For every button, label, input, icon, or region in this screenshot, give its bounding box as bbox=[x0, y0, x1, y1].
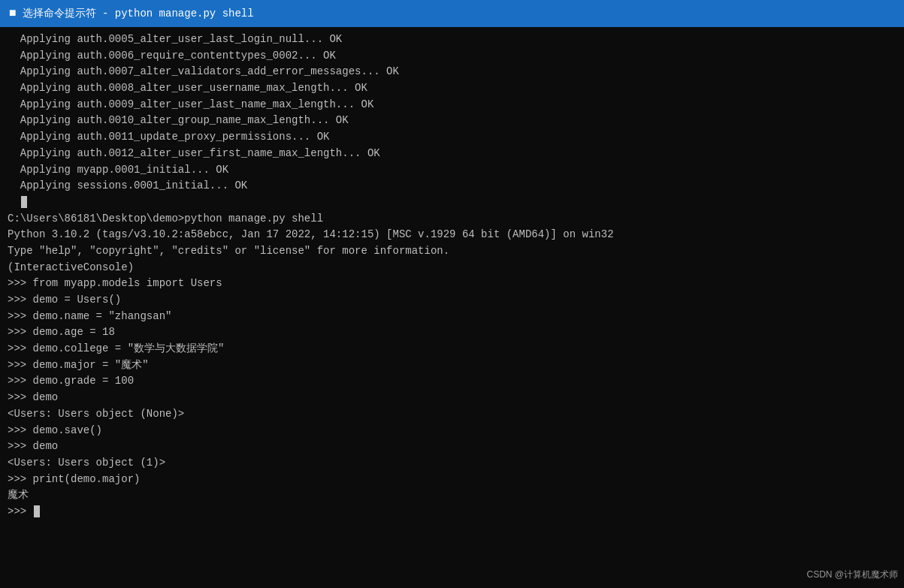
line-5: Applying auth.0009_alter_user_last_name_… bbox=[8, 97, 896, 113]
line-output-1: <Users: Users object (None)> bbox=[8, 406, 896, 423]
line-interactive: (InteractiveConsole) bbox=[8, 260, 896, 276]
line-3: Applying auth.0007_alter_validators_add_… bbox=[8, 64, 896, 80]
line-repl-3: >>> demo.name = "zhangsan" bbox=[8, 309, 896, 325]
line-repl-cursor: >>> bbox=[8, 504, 896, 520]
line-repl-11: >>> print(demo.major) bbox=[8, 472, 896, 488]
terminal-body[interactable]: Applying auth.0005_alter_user_last_login… bbox=[0, 27, 904, 588]
line-4: Applying auth.0008_alter_user_username_m… bbox=[8, 80, 896, 97]
line-repl-8: >>> demo bbox=[8, 390, 896, 406]
text-cursor bbox=[21, 196, 27, 208]
line-9: Applying myapp.0001_initial... OK bbox=[8, 162, 896, 179]
line-10: Applying sessions.0001_initial... OK bbox=[8, 178, 896, 194]
title-bar: ■ 选择命令提示符 - python manage.py shell bbox=[0, 0, 904, 27]
line-repl-6: >>> demo.major = "魔术" bbox=[8, 357, 896, 374]
cursor-blink-line bbox=[8, 194, 896, 211]
line-output-3: 魔术 bbox=[8, 487, 896, 504]
line-repl-2: >>> demo = Users() bbox=[8, 292, 896, 309]
line-repl-1: >>> from myapp.models import Users bbox=[8, 276, 896, 292]
title-text: 选择命令提示符 - python manage.py shell bbox=[23, 7, 254, 20]
line-8: Applying auth.0012_alter_user_first_name… bbox=[8, 146, 896, 162]
line-repl-4: >>> demo.age = 18 bbox=[8, 324, 896, 341]
line-prompt: C:\Users\86181\Desktop\demo>python manag… bbox=[8, 211, 896, 228]
input-cursor bbox=[34, 505, 40, 517]
line-output-2: <Users: Users object (1)> bbox=[8, 455, 896, 472]
line-repl-5: >>> demo.college = "数学与大数据学院" bbox=[8, 341, 896, 357]
line-1: Applying auth.0005_alter_user_last_login… bbox=[8, 32, 896, 48]
line-repl-9: >>> demo.save() bbox=[8, 423, 896, 439]
line-7: Applying auth.0011_update_proxy_permissi… bbox=[8, 129, 896, 146]
line-python-ver: Python 3.10.2 (tags/v3.10.2:a58ebcc, Jan… bbox=[8, 227, 896, 243]
line-python-type: Type "help", "copyright", "credits" or "… bbox=[8, 243, 896, 260]
line-6: Applying auth.0010_alter_group_name_max_… bbox=[8, 113, 896, 129]
line-repl-7: >>> demo.grade = 100 bbox=[8, 373, 896, 390]
watermark: CSDN @计算机魔术师 bbox=[806, 568, 898, 582]
window: ■ 选择命令提示符 - python manage.py shell Apply… bbox=[0, 0, 904, 588]
line-repl-10: >>> demo bbox=[8, 439, 896, 455]
line-2: Applying auth.0006_require_contenttypes_… bbox=[8, 48, 896, 65]
terminal-icon: ■ bbox=[9, 7, 17, 20]
